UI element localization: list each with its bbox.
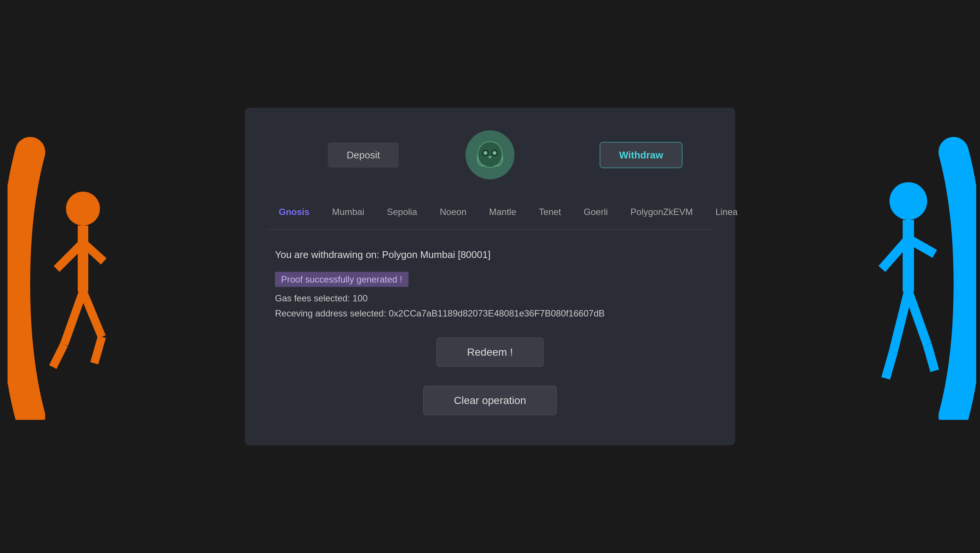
svg-line-13 [886, 352, 893, 378]
network-tabs: Gnosis Mumbai Sepolia Noeon Mantle Tenet… [267, 202, 713, 230]
tab-goerli[interactable]: Goerli [572, 202, 619, 222]
blue-portal-figure [856, 133, 976, 420]
svg-point-0 [66, 192, 100, 226]
svg-line-12 [893, 292, 908, 352]
app-logo [466, 130, 514, 180]
svg-point-8 [889, 182, 927, 220]
svg-line-14 [908, 292, 927, 345]
redeem-button-container: Redeem ! [275, 338, 705, 367]
tab-gnosis[interactable]: Gnosis [267, 202, 321, 222]
main-modal: Deposit Withdraw Gnosis Mumbai Se [245, 108, 735, 445]
receiving-address-text: Receving address selected: 0x2CCa7aB1189… [275, 308, 705, 319]
tab-sepolia[interactable]: Sepolia [376, 202, 428, 222]
tab-tenet[interactable]: Tenet [528, 202, 573, 222]
tab-mumbai[interactable]: Mumbai [321, 202, 375, 222]
tab-polygonzkevm[interactable]: PolygonZkEVM [619, 202, 704, 222]
svg-line-6 [83, 292, 102, 337]
svg-line-5 [53, 345, 64, 367]
svg-point-18 [484, 151, 487, 155]
withdraw-button[interactable]: Withdraw [600, 142, 682, 168]
svg-line-15 [927, 345, 935, 371]
withdraw-info-text: You are withdrawing on: Polygon Mumbai [… [275, 249, 705, 261]
tab-linea[interactable]: Linea [704, 202, 749, 222]
tab-mantle[interactable]: Mantle [478, 202, 528, 222]
svg-line-4 [64, 292, 83, 345]
svg-point-19 [493, 151, 496, 155]
svg-line-7 [94, 337, 102, 363]
modal-header: Deposit Withdraw [267, 130, 713, 180]
content-area: You are withdrawing on: Polygon Mumbai [… [267, 249, 713, 415]
logo-icon [475, 140, 505, 170]
orange-portal-figure [8, 133, 113, 420]
deposit-button[interactable]: Deposit [328, 142, 399, 167]
tab-noeon[interactable]: Noeon [428, 202, 478, 222]
clear-operation-button[interactable]: Clear operation [423, 386, 557, 415]
proof-badge: Proof successfully generated ! [275, 272, 409, 287]
clear-operation-container: Clear operation [275, 386, 705, 415]
gas-fees-text: Gas fees selected: 100 [275, 293, 705, 304]
redeem-button[interactable]: Redeem ! [436, 338, 543, 367]
